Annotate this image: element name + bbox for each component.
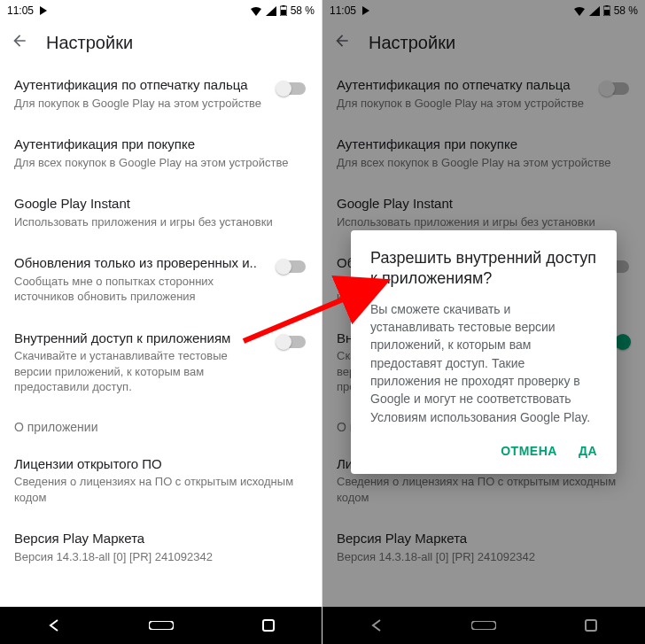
cancel-button[interactable]: ОТМЕНА <box>501 444 557 458</box>
confirm-dialog: Разрешить внутренний доступ к приложения… <box>351 230 617 474</box>
item-title: Аутентификация при покупке <box>14 136 307 153</box>
battery-percent: 58 % <box>291 4 315 17</box>
wifi-icon <box>250 6 262 16</box>
item-title: Аутентификация по отпечатку пальца <box>14 76 267 94</box>
screen-left: 11:05 58 % Наст <box>0 0 322 644</box>
ok-button[interactable]: ДА <box>579 444 597 458</box>
section-about: О приложении <box>0 407 322 443</box>
item-internal-access[interactable]: Внутренний доступ к приложениям Скачивай… <box>0 317 322 407</box>
dialog-body: Вы сможете скачивать и устанавливать тес… <box>370 300 597 426</box>
page-title: Настройки <box>46 33 133 53</box>
play-icon <box>39 5 48 16</box>
item-fingerprint[interactable]: Аутентификация по отпечатку пальца Для п… <box>0 64 322 123</box>
item-subtitle: Сообщать мне о попытках сторонних источн… <box>14 274 267 305</box>
updates-switch[interactable] <box>276 258 307 275</box>
item-subtitle: Для покупок в Google Play на этом устрой… <box>14 96 267 112</box>
back-icon[interactable] <box>11 32 28 53</box>
clock: 11:05 <box>7 4 34 17</box>
item-subtitle: Сведения о лицензиях на ПО с открытым ис… <box>14 474 307 505</box>
svg-rect-3 <box>149 621 174 630</box>
battery-icon <box>280 5 287 16</box>
nav-home[interactable] <box>135 615 188 636</box>
item-instant[interactable]: Google Play Instant Использовать приложе… <box>0 182 322 242</box>
item-title: Google Play Instant <box>14 195 307 213</box>
dialog-title: Разрешить внутренний доступ к приложения… <box>370 248 597 290</box>
item-subtitle: Скачивайте и устанавливайте тестовые вер… <box>14 348 267 395</box>
item-licenses[interactable]: Лицензии открытого ПО Сведения о лицензи… <box>0 443 322 518</box>
item-title: Версия Play Маркета <box>14 530 307 547</box>
item-updates[interactable]: Обновления только из проверенных и.. Соо… <box>0 242 322 317</box>
svg-rect-1 <box>282 5 284 7</box>
screen-right: 11:05 58 % Наст <box>322 0 645 644</box>
item-title: Внутренний доступ к приложениям <box>14 330 267 347</box>
svg-rect-2 <box>281 10 286 15</box>
item-version[interactable]: Версия Play Маркета Версия 14.3.18-all [… <box>0 517 322 577</box>
status-bar: 11:05 58 % <box>0 0 322 21</box>
item-purchase-auth[interactable]: Аутентификация при покупке Для всех поку… <box>0 123 322 182</box>
fingerprint-switch[interactable] <box>276 80 307 97</box>
nav-recent[interactable] <box>242 615 295 636</box>
svg-rect-4 <box>263 620 274 631</box>
signal-icon <box>266 6 276 16</box>
item-subtitle: Использовать приложения и игры без устан… <box>14 214 307 230</box>
item-title: Обновления только из проверенных и.. <box>14 254 267 272</box>
nav-bar <box>0 607 322 644</box>
nav-back[interactable] <box>27 615 81 636</box>
internal-switch[interactable] <box>276 333 307 351</box>
app-bar: Настройки <box>0 21 322 64</box>
item-title: Лицензии открытого ПО <box>14 455 307 473</box>
item-subtitle: Версия 14.3.18-all [0] [PR] 241092342 <box>14 549 307 565</box>
item-subtitle: Для всех покупок в Google Play на этом у… <box>14 155 307 171</box>
settings-list: Аутентификация по отпечатку пальца Для п… <box>0 64 322 578</box>
